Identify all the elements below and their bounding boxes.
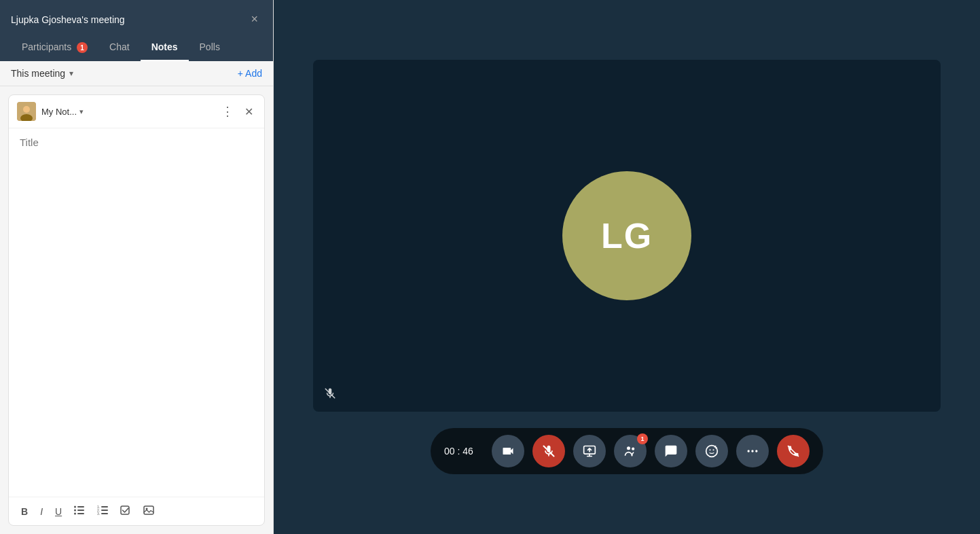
panel-close-button[interactable]: × [247, 11, 262, 28]
mute-button[interactable] [532, 435, 565, 467]
left-panel: Ljupka Gjosheva's meeting × Participants… [0, 0, 274, 534]
svg-rect-16 [144, 506, 153, 514]
svg-point-5 [74, 513, 76, 515]
svg-point-22 [632, 448, 634, 450]
add-note-button[interactable]: + Add [238, 68, 262, 79]
svg-point-28 [755, 450, 757, 452]
checkbox-button[interactable] [116, 503, 135, 520]
svg-point-26 [748, 450, 750, 452]
tabs-row: Participants 1 Chat Notes Polls [11, 36, 262, 61]
bullet-list-button[interactable] [70, 503, 89, 520]
ordered-list-button[interactable]: 1. 2. 3. [93, 503, 112, 520]
tab-notes[interactable]: Notes [141, 36, 189, 61]
meeting-selector[interactable]: This meeting ▾ [11, 68, 73, 79]
participant-avatar: LG [562, 171, 691, 300]
note-body-input[interactable] [9, 154, 264, 497]
note-card: My Not... ▾ ⋮ ✕ B I U [8, 94, 265, 526]
note-author: My Not... ▾ [17, 102, 84, 121]
note-card-actions: ⋮ ✕ [219, 104, 256, 120]
meeting-selector-label: This meeting [11, 68, 65, 79]
participants-badge: 1 [637, 433, 648, 444]
svg-point-23 [706, 446, 718, 457]
tab-participants[interactable]: Participants 1 [11, 36, 98, 61]
note-toolbar: B I U 1. 2. [9, 497, 264, 525]
note-author-dropdown[interactable]: My Not... ▾ [41, 107, 84, 117]
end-call-button[interactable] [777, 435, 810, 467]
italic-button[interactable]: I [36, 503, 47, 520]
bold-button[interactable]: B [17, 503, 32, 520]
chat-button[interactable] [655, 435, 687, 467]
svg-rect-14 [101, 513, 108, 514]
svg-point-24 [710, 449, 711, 450]
panel-title: Ljupka Gjosheva's meeting [11, 14, 125, 25]
avatar [17, 102, 36, 121]
more-button[interactable] [736, 435, 769, 467]
note-card-header: My Not... ▾ ⋮ ✕ [9, 95, 264, 128]
call-controls: 00 : 46 [431, 428, 823, 474]
note-author-name: My Not... [41, 107, 77, 117]
chevron-down-icon: ▾ [79, 107, 84, 116]
reactions-button[interactable] [695, 435, 728, 467]
svg-rect-12 [101, 506, 108, 508]
underline-button[interactable]: U [51, 503, 66, 520]
call-timer: 00 : 46 [444, 446, 478, 457]
svg-point-1 [23, 106, 30, 113]
video-area: LG [313, 60, 941, 412]
note-title-input[interactable] [9, 128, 264, 154]
panel-header: Ljupka Gjosheva's meeting × Participants… [0, 0, 273, 61]
note-close-button[interactable]: ✕ [242, 104, 256, 120]
participants-badge: 1 [77, 42, 88, 53]
tab-polls[interactable]: Polls [189, 36, 231, 61]
meeting-selector-row: This meeting ▾ + Add [0, 61, 273, 86]
notes-content: This meeting ▾ + Add My Not... [0, 61, 273, 534]
svg-point-25 [713, 449, 714, 450]
note-menu-button[interactable]: ⋮ [219, 104, 236, 119]
participants-button[interactable]: 1 [614, 435, 647, 467]
svg-rect-6 [77, 506, 84, 508]
svg-point-21 [627, 446, 630, 450]
participant-initials: LG [601, 215, 653, 256]
right-panel: LG 00 : 46 [274, 0, 980, 534]
svg-point-27 [751, 450, 753, 452]
chevron-down-icon: ▾ [69, 69, 73, 78]
svg-rect-13 [101, 510, 108, 511]
image-button[interactable] [139, 503, 158, 520]
svg-rect-7 [77, 510, 84, 511]
svg-text:3.: 3. [97, 512, 100, 515]
svg-point-4 [74, 510, 76, 512]
svg-point-3 [74, 506, 76, 508]
camera-button[interactable] [492, 435, 524, 467]
share-screen-button[interactable] [573, 435, 606, 467]
mute-indicator [324, 387, 336, 402]
tab-chat[interactable]: Chat [98, 36, 141, 61]
svg-rect-8 [77, 513, 84, 514]
